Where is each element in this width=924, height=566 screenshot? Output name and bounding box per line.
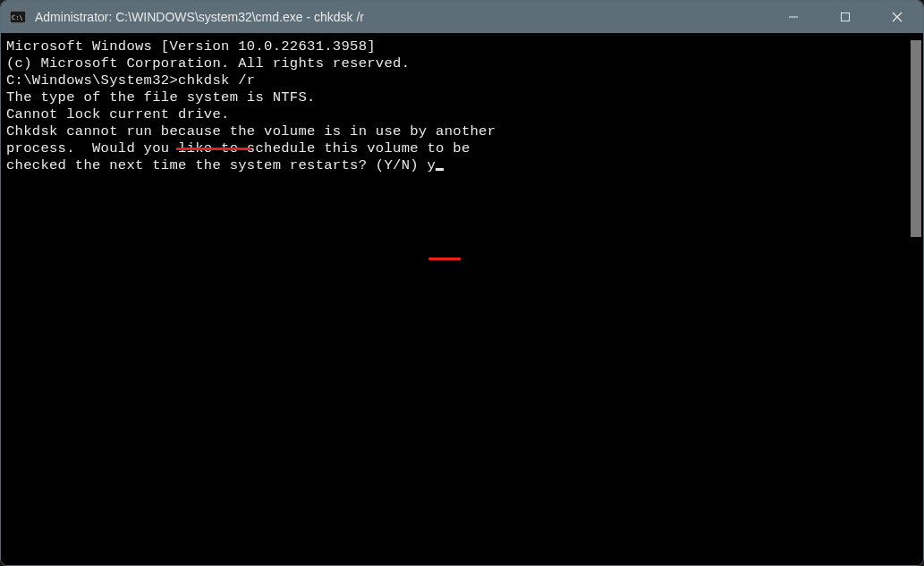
titlebar[interactable]: C:\ Administrator: C:\WINDOWS\system32\c… (1, 1, 923, 33)
vertical-scrollbar[interactable] (909, 38, 923, 565)
prompt-confirm-line: checked the next time the system restart… (6, 157, 909, 174)
output-line: process. Would you like to schedule this… (6, 140, 909, 157)
minimize-button[interactable] (767, 1, 819, 33)
output-line: The type of the file system is NTFS. (6, 89, 909, 106)
confirm-prompt: checked the next time the system restart… (6, 157, 427, 173)
window-title: Administrator: C:\WINDOWS\system32\cmd.e… (35, 10, 767, 24)
user-input: y (427, 157, 436, 173)
prompt-command: chkdsk /r (178, 72, 255, 89)
cmd-icon: C:\ (10, 9, 26, 25)
svg-text:C:\: C:\ (12, 14, 23, 21)
cmd-window: C:\ Administrator: C:\WINDOWS\system32\c… (0, 0, 924, 566)
output-line: (c) Microsoft Corporation. All rights re… (6, 55, 909, 72)
output-line: Cannot lock current drive. (6, 106, 909, 123)
terminal-output: Microsoft Windows [Version 10.0.22631.39… (6, 38, 909, 565)
scrollbar-thumb[interactable] (911, 40, 921, 237)
annotation-underline (176, 148, 251, 150)
svg-rect-3 (842, 13, 850, 21)
maximize-button[interactable] (819, 1, 871, 33)
prompt-line: C:\Windows\System32>chkdsk /r (6, 72, 909, 89)
terminal-area[interactable]: Microsoft Windows [Version 10.0.22631.39… (1, 33, 923, 565)
prompt-path: C:\Windows\System32> (6, 72, 178, 89)
close-button[interactable] (871, 1, 923, 33)
text-cursor (436, 168, 444, 171)
annotation-underline (428, 258, 461, 260)
window-controls (767, 1, 923, 33)
output-line: Chkdsk cannot run because the volume is … (6, 123, 909, 140)
output-line: Microsoft Windows [Version 10.0.22631.39… (6, 38, 909, 55)
